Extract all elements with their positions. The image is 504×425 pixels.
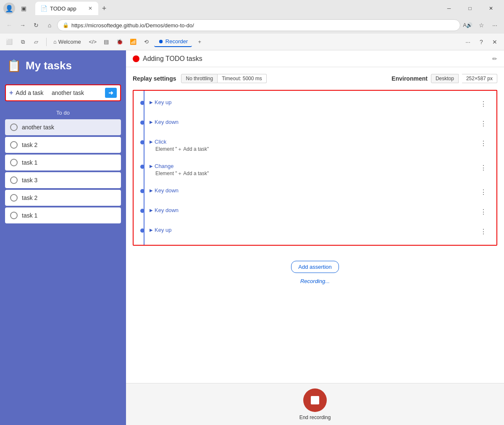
todo-checkbox[interactable] bbox=[10, 141, 18, 149]
step-title-text: Key down bbox=[155, 119, 178, 125]
expand-arrow-icon: ▶ bbox=[150, 208, 153, 212]
separator-1 bbox=[46, 38, 47, 46]
step-title[interactable]: ▶ Change bbox=[150, 163, 472, 169]
more-button[interactable]: ··· bbox=[489, 19, 501, 31]
todo-list-item[interactable]: task 1 bbox=[5, 155, 121, 171]
tab-close-button[interactable]: ✕ bbox=[87, 5, 93, 12]
address-bar[interactable]: 🔒 https://microsoftedge.github.io/Demos/… bbox=[57, 19, 460, 31]
step-content: ▶ Key down bbox=[150, 119, 472, 125]
recorder-title-bar: Adding TODO tasks ✏ bbox=[126, 50, 504, 67]
environment-section: Environment Desktop 252×587 px bbox=[391, 74, 497, 83]
step-more-button[interactable]: ⋮ bbox=[478, 163, 490, 173]
replay-settings: Replay settings No throttling Timeout: 5… bbox=[133, 74, 497, 83]
todo-list-item[interactable]: task 3 bbox=[5, 172, 121, 188]
devtools-more-button[interactable]: ··· bbox=[462, 36, 474, 48]
network-icon[interactable]: ▤ bbox=[100, 36, 112, 48]
lock-icon: 🔒 bbox=[63, 22, 69, 28]
read-aloud-button[interactable]: A🔊 bbox=[462, 19, 474, 31]
add-assertion-button[interactable]: Add assertion bbox=[291, 261, 339, 273]
device-mode-button[interactable]: ⧉ bbox=[17, 36, 29, 48]
submit-add-task-button[interactable]: ➜ bbox=[105, 88, 117, 98]
todo-checkbox[interactable] bbox=[10, 194, 18, 202]
devtools-right: ··· ? ✕ bbox=[462, 36, 501, 48]
step-content: ▶ Click Element "＋ Add a task" bbox=[150, 139, 472, 153]
layers-icon[interactable]: ⟲ bbox=[141, 36, 152, 48]
sidebar-toggle[interactable]: ▣ bbox=[18, 3, 29, 14]
back-button[interactable]: ← bbox=[3, 19, 15, 31]
step-title-text: Key down bbox=[155, 207, 178, 213]
todo-checkbox[interactable] bbox=[10, 123, 18, 131]
restore-button[interactable]: □ bbox=[460, 2, 480, 15]
home-icon: ⌂ bbox=[53, 39, 57, 45]
step-item[interactable]: ▶ Key up ⋮ bbox=[134, 222, 496, 241]
add-tab-button[interactable]: + bbox=[194, 36, 205, 48]
step-title[interactable]: ▶ Key up bbox=[150, 227, 472, 233]
end-recording-button[interactable] bbox=[303, 388, 327, 412]
forward-button[interactable]: → bbox=[17, 19, 29, 31]
todo-list-item[interactable]: task 1 bbox=[5, 207, 121, 223]
title-bar: 👤 ▣ 📄 TODO app ✕ + ─ □ ✕ bbox=[0, 0, 504, 17]
tab-welcome[interactable]: ⌂ Welcome bbox=[49, 37, 85, 47]
step-more-button[interactable]: ⋮ bbox=[478, 119, 490, 129]
step-title[interactable]: ▶ Key down bbox=[150, 187, 472, 194]
recorder-scroll-area[interactable]: Replay settings No throttling Timeout: 5… bbox=[126, 67, 504, 383]
code-icon[interactable]: </> bbox=[87, 36, 99, 48]
step-content: ▶ Key up bbox=[150, 227, 472, 233]
todo-checkbox[interactable] bbox=[10, 176, 18, 184]
expand-arrow-icon: ▶ bbox=[150, 164, 153, 168]
throttling-badge: No throttling bbox=[181, 74, 218, 83]
main-area: Adding TODO tasks ✏ Replay settings No t… bbox=[126, 50, 504, 425]
step-item[interactable]: ▶ Click Element "＋ Add a task" ⋮ bbox=[134, 134, 496, 158]
step-title[interactable]: ▶ Click bbox=[150, 139, 472, 145]
todo-title: My tasks bbox=[26, 59, 72, 72]
step-title[interactable]: ▶ Key down bbox=[150, 119, 472, 125]
favorites-button[interactable]: ☆ bbox=[475, 19, 487, 31]
step-subtitle: Element "＋ Add a task" bbox=[150, 146, 472, 153]
new-tab-button[interactable]: + bbox=[98, 3, 110, 14]
devtools-help-button[interactable]: ? bbox=[475, 36, 487, 48]
add-task-input[interactable]: Add a task another task bbox=[16, 89, 102, 96]
step-title[interactable]: ▶ Key down bbox=[150, 207, 472, 213]
performance-icon[interactable]: 🐞 bbox=[114, 36, 126, 48]
step-more-button[interactable]: ⋮ bbox=[478, 227, 490, 236]
active-tab[interactable]: 📄 TODO app ✕ bbox=[35, 2, 98, 15]
dimensions-badge: 252×587 px bbox=[462, 74, 497, 83]
home-button[interactable]: ⌂ bbox=[44, 19, 55, 31]
todo-item-text: task 1 bbox=[22, 159, 37, 166]
todo-checkbox[interactable] bbox=[10, 159, 18, 166]
close-devtools-button[interactable]: ▱ bbox=[30, 36, 42, 48]
refresh-button[interactable]: ↻ bbox=[30, 19, 42, 31]
devtools-close-button[interactable]: ✕ bbox=[489, 36, 501, 48]
step-item[interactable]: ▶ Key down ⋮ bbox=[134, 202, 496, 222]
env-label: Environment bbox=[391, 75, 428, 82]
step-content: ▶ Key down bbox=[150, 187, 472, 194]
step-more-button[interactable]: ⋮ bbox=[478, 99, 490, 109]
step-dot bbox=[140, 165, 144, 169]
step-more-button[interactable]: ⋮ bbox=[478, 187, 490, 197]
step-item[interactable]: ▶ Key up ⋮ bbox=[134, 94, 496, 114]
inspect-element-button[interactable]: ⬜ bbox=[3, 36, 15, 48]
todo-list-item[interactable]: task 2 bbox=[5, 190, 121, 206]
tab-recorder[interactable]: ⏺ Recorder bbox=[154, 37, 192, 47]
todo-list-item[interactable]: another task bbox=[5, 119, 121, 135]
step-item[interactable]: ▶ Key down ⋮ bbox=[134, 114, 496, 134]
profile-icon[interactable]: 👤 bbox=[3, 3, 15, 14]
navigation-bar: ← → ↻ ⌂ 🔒 https://microsoftedge.github.i… bbox=[0, 17, 504, 34]
todo-list-item[interactable]: task 2 bbox=[5, 137, 121, 153]
wifi-icon[interactable]: 📶 bbox=[127, 36, 139, 48]
edit-title-icon[interactable]: ✏ bbox=[492, 55, 497, 62]
expand-arrow-icon: ▶ bbox=[150, 228, 153, 232]
step-title[interactable]: ▶ Key up bbox=[150, 99, 472, 105]
step-item[interactable]: ▶ Change Element "＋ Add a task" ⋮ bbox=[134, 158, 496, 182]
step-more-button[interactable]: ⋮ bbox=[478, 207, 490, 217]
step-title-text: Key up bbox=[155, 99, 171, 105]
close-button[interactable]: ✕ bbox=[481, 2, 501, 15]
todo-item-text: task 1 bbox=[22, 212, 37, 219]
minimize-button[interactable]: ─ bbox=[439, 2, 459, 15]
todo-checkbox[interactable] bbox=[10, 212, 18, 219]
step-item[interactable]: ▶ Key down ⋮ bbox=[134, 182, 496, 202]
step-more-button[interactable]: ⋮ bbox=[478, 139, 490, 148]
step-title-text: Key down bbox=[155, 187, 178, 194]
bottom-section: Add assertion Recording... bbox=[133, 254, 497, 291]
stop-icon bbox=[311, 396, 319, 404]
